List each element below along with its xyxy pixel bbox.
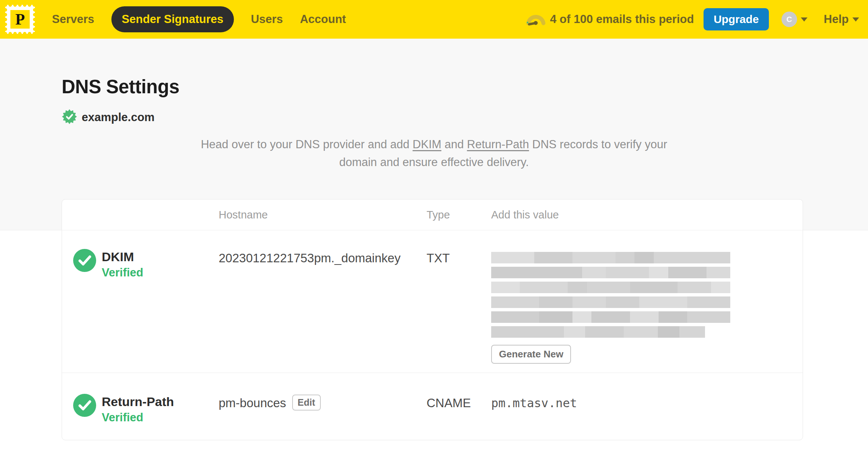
dkim-type: TXT: [427, 249, 491, 373]
help-menu[interactable]: Help: [824, 13, 859, 26]
return-path-hostname-cell: pm-bounces Edit: [219, 394, 427, 440]
gauge-icon: [526, 11, 545, 27]
top-navbar: P Servers Sender Signatures Users Accoun…: [0, 0, 868, 39]
intro-text: Head over to your DNS provider and add D…: [198, 136, 670, 171]
dkim-link[interactable]: DKIM: [412, 138, 441, 151]
postmark-logo[interactable]: P: [5, 5, 35, 34]
verified-check-icon: [73, 249, 96, 273]
edit-button[interactable]: Edit: [292, 395, 321, 411]
domain-row: example.com: [62, 109, 868, 126]
redacted-bar: [491, 282, 730, 293]
table-row-return-path: Return-Path Verified pm-bounces Edit CNA…: [62, 373, 803, 440]
redacted-bar: [491, 311, 730, 323]
return-path-value: pm.mtasv.net: [491, 394, 803, 440]
dkim-value-cell: Generate New: [491, 249, 803, 373]
return-path-link[interactable]: Return-Path: [467, 138, 529, 151]
redacted-bar: [491, 326, 705, 338]
intro-mid: and: [441, 138, 467, 151]
column-header-value: Add this value: [491, 209, 803, 221]
chevron-down-icon: [801, 17, 807, 22]
table-header: Hostname Type Add this value: [62, 200, 803, 230]
column-header-type: Type: [427, 209, 491, 221]
verified-check-icon: [73, 394, 96, 418]
intro-pre: Head over to your DNS provider and add: [201, 138, 412, 151]
help-label: Help: [824, 13, 849, 26]
nav-item-sender-signatures[interactable]: Sender Signatures: [111, 6, 234, 32]
dkim-status-cell: DKIM Verified: [62, 249, 219, 373]
upgrade-button[interactable]: Upgrade: [704, 8, 769, 30]
table-row-dkim: DKIM Verified 20230121221753pm._domainke…: [62, 230, 803, 373]
page-title: DNS Settings: [62, 39, 868, 98]
redacted-bar: [491, 267, 730, 278]
dkim-hostname: 20230121221753pm._domainkey: [219, 249, 427, 373]
redacted-bar: [491, 296, 730, 308]
record-status: Verified: [102, 266, 143, 279]
logo-letter: P: [10, 10, 30, 29]
record-status: Verified: [102, 411, 174, 424]
account-menu[interactable]: C: [781, 12, 807, 27]
usage-text: 4 of 100 emails this period: [550, 13, 694, 26]
chevron-down-icon: [852, 17, 859, 22]
nav-item-account[interactable]: Account: [300, 13, 346, 26]
return-path-type: CNAME: [427, 394, 491, 440]
record-name: Return-Path: [102, 395, 174, 409]
return-path-hostname: pm-bounces: [219, 394, 286, 410]
nav-item-users[interactable]: Users: [251, 13, 283, 26]
generate-new-button[interactable]: Generate New: [491, 345, 571, 364]
avatar: C: [781, 12, 797, 27]
return-path-status-cell: Return-Path Verified: [62, 394, 219, 440]
record-name: DKIM: [102, 250, 143, 264]
column-header-hostname: Hostname: [219, 209, 427, 221]
redacted-dns-value: [491, 249, 803, 338]
verified-seal-icon: [62, 109, 77, 126]
usage-meter[interactable]: 4 of 100 emails this period: [526, 11, 694, 27]
nav-item-servers[interactable]: Servers: [52, 13, 94, 26]
main-nav: Servers Sender Signatures Users Account: [52, 6, 346, 32]
redacted-bar: [491, 252, 730, 263]
dns-records-card: Hostname Type Add this value DKIM Verifi…: [62, 199, 803, 440]
domain-name: example.com: [82, 111, 154, 124]
